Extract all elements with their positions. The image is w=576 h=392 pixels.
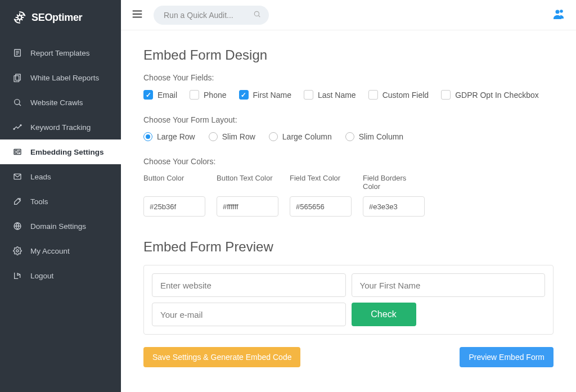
field-label: Last Name — [318, 91, 356, 100]
domain-icon — [12, 221, 22, 231]
svg-rect-8 — [15, 150, 17, 153]
fields-label: Choose Your Fields: — [143, 73, 554, 82]
radio-icon — [345, 132, 354, 141]
sidebar-item-account[interactable]: My Account — [0, 238, 121, 263]
radio-icon — [269, 132, 278, 141]
quick-audit-search — [154, 6, 269, 25]
preview-website-input[interactable] — [152, 273, 346, 297]
field-label: Email — [158, 91, 177, 100]
leads-icon — [12, 172, 22, 182]
field-label: GDPR Opt In Checkbox — [455, 91, 539, 100]
sidebar-item-label: Domain Settings — [30, 222, 86, 231]
save-button[interactable]: Save Settings & Generate Embed Code — [143, 347, 300, 367]
sidebar-item-label: Tools — [30, 197, 48, 206]
sidebar-item-embedding[interactable]: Embedding Settings — [0, 139, 121, 164]
field-lastname[interactable]: Last Name — [304, 90, 356, 100]
sidebar-item-leads[interactable]: Leads — [0, 164, 121, 189]
preview-form-button[interactable]: Preview Embed Form — [460, 347, 554, 367]
sidebar-item-report-templates[interactable]: Report Templates — [0, 40, 121, 65]
sidebar-item-keyword[interactable]: Keyword Tracking — [0, 115, 121, 139]
sidebar-item-label: Logout — [30, 272, 53, 280]
field-gdpr[interactable]: GDPR Opt In Checkbox — [441, 90, 539, 100]
layout-option-label: Large Row — [157, 132, 195, 141]
sidebar-item-tools[interactable]: Tools — [0, 189, 121, 214]
color-button-text: Button Text Color — [217, 174, 278, 217]
main-wrap: Embed Form Design Choose Your Fields: Em… — [121, 0, 576, 392]
app-root: SEOptimer Report Templates White Label R… — [0, 0, 576, 392]
preview-email-input[interactable] — [152, 303, 346, 326]
field-phone[interactable]: Phone — [190, 90, 226, 100]
sidebar-item-label: Report Templates — [30, 49, 90, 57]
layout-slim-row[interactable]: Slim Row — [209, 132, 255, 141]
svg-point-10 — [19, 199, 21, 200]
color-input-button-text[interactable] — [217, 196, 278, 217]
field-firstname[interactable]: First Name — [239, 90, 291, 100]
radio-icon — [209, 132, 218, 141]
svg-rect-3 — [14, 76, 19, 82]
preview-row-1 — [152, 273, 545, 297]
svg-point-5 — [14, 128, 15, 129]
svg-point-12 — [16, 250, 19, 252]
color-field-border: Field Borders Color — [363, 174, 425, 217]
brand-logo[interactable]: SEOptimer — [0, 0, 121, 36]
fields-row: Email Phone First Name Last Name Custom … — [143, 90, 554, 100]
field-label: Custom Field — [382, 91, 429, 100]
search-input[interactable] — [154, 6, 269, 25]
design-title: Embed Form Design — [143, 47, 554, 63]
color-label: Button Text Color — [217, 174, 278, 192]
sidebar-item-label: White Label Reports — [30, 74, 99, 82]
color-input-button[interactable] — [143, 196, 205, 217]
color-button: Button Color — [143, 174, 205, 217]
hamburger-icon[interactable] — [131, 8, 143, 22]
crawl-icon — [12, 97, 22, 107]
colors-row: Button Color Button Text Color Field Tex… — [143, 174, 554, 217]
color-field-text: Field Text Color — [290, 174, 352, 217]
embed-icon — [12, 147, 22, 157]
preview-row-2: Check — [152, 303, 545, 326]
checkbox-icon — [368, 90, 378, 100]
brand-text: SEOptimer — [32, 12, 82, 24]
preview-firstname-input[interactable] — [352, 273, 546, 297]
field-email[interactable]: Email — [143, 90, 177, 100]
field-custom[interactable]: Custom Field — [368, 90, 429, 100]
sidebar-item-white-label[interactable]: White Label Reports — [0, 65, 121, 90]
svg-point-4 — [15, 100, 20, 105]
sidebar-nav: Report Templates White Label Reports Web… — [0, 36, 121, 288]
whitelabel-icon — [12, 73, 22, 83]
svg-point-6 — [20, 125, 21, 126]
sidebar-item-domain[interactable]: Domain Settings — [0, 214, 121, 238]
field-label: Phone — [204, 91, 226, 100]
layout-large-row[interactable]: Large Row — [143, 132, 195, 141]
svg-point-0 — [18, 16, 22, 20]
color-label: Field Borders Color — [363, 174, 425, 192]
checkbox-icon — [304, 90, 313, 100]
users-icon[interactable] — [552, 7, 566, 23]
checkbox-icon — [190, 90, 199, 100]
layout-option-label: Large Column — [282, 132, 332, 141]
color-input-field-text[interactable] — [290, 196, 352, 217]
sidebar-item-label: Leads — [30, 173, 51, 181]
tools-icon — [12, 196, 22, 206]
checkbox-icon — [441, 90, 451, 100]
color-label: Button Color — [143, 174, 205, 192]
layout-slim-col[interactable]: Slim Column — [345, 132, 403, 141]
svg-point-13 — [254, 11, 259, 16]
main-content: Embed Form Design Choose Your Fields: Em… — [121, 30, 576, 392]
gear-arrows-icon — [12, 10, 27, 25]
color-label: Field Text Color — [290, 174, 352, 192]
keyword-icon — [12, 122, 22, 132]
sidebar-item-label: Website Crawls — [30, 98, 83, 107]
color-input-field-border[interactable] — [363, 196, 425, 217]
sidebar-item-crawls[interactable]: Website Crawls — [0, 90, 121, 115]
svg-rect-2 — [16, 74, 21, 80]
embed-form-preview: Check — [143, 265, 554, 335]
sidebar-item-logout[interactable]: Logout — [0, 263, 121, 288]
field-label: First Name — [253, 91, 291, 100]
sidebar-item-label: Embedding Settings — [30, 148, 104, 156]
topbar — [121, 0, 576, 30]
layout-option-label: Slim Column — [359, 132, 403, 141]
layout-large-col[interactable]: Large Column — [269, 132, 332, 141]
preview-check-button[interactable]: Check — [352, 303, 416, 326]
svg-point-15 — [560, 10, 563, 13]
radio-icon — [143, 132, 152, 141]
